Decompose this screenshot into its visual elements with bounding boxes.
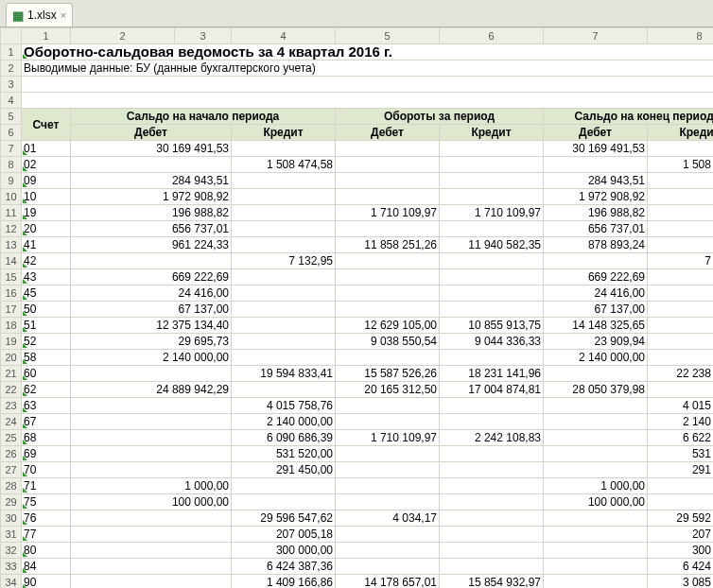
table-row: 185112 375 134,4012 629 105,0010 855 913… [1,318,714,334]
credit-start-cell: 1 508 474,58 [232,157,336,173]
row-header[interactable]: 8 [1,157,22,173]
credit-turn-cell [440,302,544,318]
col-header[interactable]: 1 [22,28,71,44]
row-header[interactable]: 28 [1,478,22,494]
credit-start-cell: 6 424 387,36 [232,559,336,575]
table-row: 3177207 005,18207 005,18 [1,527,714,543]
row-header[interactable]: 18 [1,318,22,334]
credit-end-cell: 207 005,18 [648,527,714,543]
row-header[interactable]: 34 [1,575,22,589]
row-header[interactable]: 12 [1,221,22,237]
debit-start-cell: 656 737,01 [71,221,232,237]
row-header[interactable]: 9 [1,173,22,189]
row-header[interactable]: 5 [1,109,22,125]
debit-end-cell [544,543,648,559]
debit-end-cell: 878 893,24 [544,237,648,253]
col-header[interactable]: 6 [440,28,544,44]
account-cell: 80 [22,543,71,559]
close-icon[interactable]: × [61,10,66,21]
table-row: 28711 000,001 000,00 [1,478,714,494]
col-header[interactable]: 7 [544,28,648,44]
debit-end-cell [544,253,648,269]
account-cell: 84 [22,559,71,575]
debit-start-cell [71,527,232,543]
row-header[interactable]: 3 [1,77,22,93]
credit-end-cell: 2 140 000,00 [648,414,714,430]
row-header[interactable]: 26 [1,446,22,462]
row-header[interactable]: 2 [1,61,22,77]
row-header[interactable]: 24 [1,414,22,430]
row-header[interactable]: 15 [1,269,22,285]
credit-start-cell [232,285,336,302]
credit-end-cell: 22 238 449,11 [648,366,714,382]
row-header[interactable]: 14 [1,253,22,269]
credit-turn-cell [440,269,544,285]
file-tab[interactable]: ▦ 1.xlsx × [6,3,73,26]
row-header[interactable]: 23 [1,398,22,414]
row-header[interactable]: 6 [1,125,22,141]
row-header[interactable]: 10 [1,189,22,205]
credit-start-cell [232,334,336,350]
debit-start-cell: 30 169 491,53 [71,141,232,157]
col-header[interactable]: 5 [336,28,440,44]
credit-end-cell [648,221,714,237]
row-header[interactable]: 21 [1,366,22,382]
debit-end-cell [544,446,648,462]
table-row: 226224 889 942,2920 165 312,5017 004 874… [1,382,714,398]
spreadsheet[interactable]: 1 2 3 4 5 6 7 8 1 Оборотно-сальдовая вед… [0,27,713,588]
blank-cell [22,93,714,109]
debit-start-cell [71,414,232,430]
account-cell: 58 [22,350,71,366]
col-credit: Кредит [232,125,336,141]
account-cell: 43 [22,269,71,285]
row-header[interactable]: 1 [1,44,22,61]
row-header[interactable]: 17 [1,302,22,318]
debit-turn-cell [336,269,440,285]
debit-end-cell [544,157,648,173]
row-header[interactable]: 4 [1,93,22,109]
credit-end-cell: 6 424 387,36 [648,559,714,575]
row-header[interactable]: 30 [1,510,22,527]
row-header[interactable]: 25 [1,430,22,446]
col-header[interactable]: 3 [175,28,232,44]
excel-icon: ▦ [12,9,24,22]
row-header[interactable]: 27 [1,462,22,478]
debit-end-cell [544,430,648,446]
credit-turn-cell: 11 940 582,35 [440,237,544,253]
debit-turn-cell [336,253,440,269]
corner-cell[interactable] [1,28,22,44]
account-cell: 62 [22,382,71,398]
debit-start-cell: 1 000,00 [71,478,232,494]
account-cell: 69 [22,446,71,462]
row-header[interactable]: 33 [1,559,22,575]
account-cell: 10 [22,189,71,205]
credit-start-cell: 531 520,00 [232,446,336,462]
col-header[interactable]: 2 [71,28,175,44]
credit-end-cell [648,189,714,205]
row-header[interactable]: 11 [1,205,22,221]
table-row: 24672 140 000,002 140 000,00 [1,414,714,430]
row-header[interactable]: 13 [1,237,22,253]
row-header[interactable]: 29 [1,494,22,510]
row-header[interactable]: 31 [1,527,22,543]
debit-turn-cell [336,302,440,318]
row-header[interactable]: 16 [1,285,22,302]
debit-end-cell: 30 169 491,53 [544,141,648,157]
col-header[interactable]: 4 [232,28,336,44]
table-row: 1543669 222,69669 222,69 [1,269,714,285]
col-header[interactable]: 8 [648,28,714,44]
row-header[interactable]: 32 [1,543,22,559]
account-cell: 19 [22,205,71,221]
row-header[interactable]: 19 [1,334,22,350]
account-cell: 75 [22,494,71,510]
debit-turn-cell [336,543,440,559]
debit-end-cell: 24 416,00 [544,285,648,302]
table-row: 307629 596 547,624 034,1729 592 513,45 [1,510,714,527]
col-group-end: Сальдо на конец периода [544,109,714,125]
row-header[interactable]: 20 [1,350,22,366]
credit-end-cell [648,173,714,189]
row-header[interactable]: 22 [1,382,22,398]
row-header[interactable]: 7 [1,141,22,157]
column-header-row: 1 2 3 4 5 6 7 8 [1,28,714,44]
debit-end-cell [544,527,648,543]
